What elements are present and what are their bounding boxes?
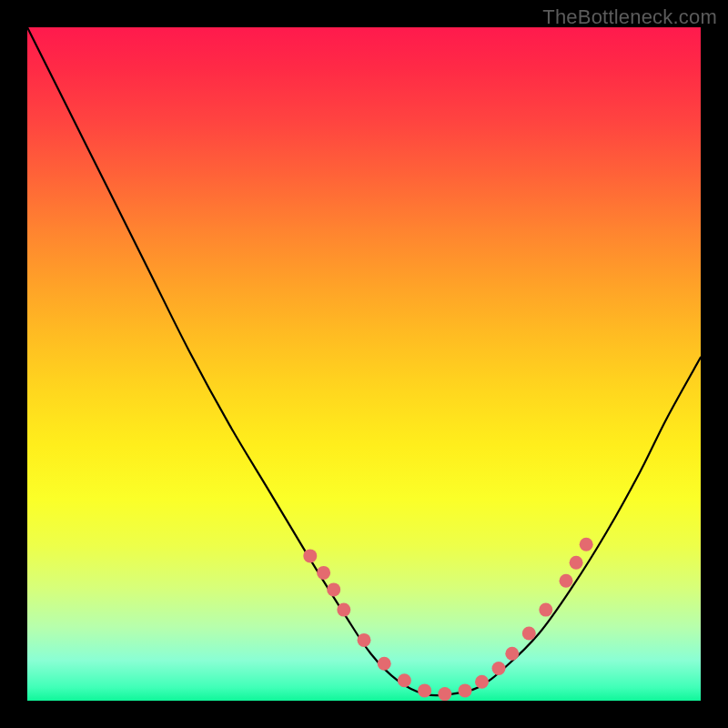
plot-area <box>27 27 701 701</box>
marker-dot <box>378 657 391 671</box>
watermark-text: TheBottleneck.com <box>542 5 717 29</box>
curve-svg <box>27 27 701 701</box>
marker-dot <box>438 687 451 701</box>
marker-dot <box>505 647 519 661</box>
chart-frame: TheBottleneck.com <box>0 0 728 728</box>
marker-dot <box>358 633 371 647</box>
marker-dot <box>303 549 317 562</box>
marker-dot <box>492 662 506 675</box>
marker-dot <box>317 566 330 580</box>
marker-dot <box>475 675 489 689</box>
marker-dot <box>570 556 583 570</box>
marker-dot <box>418 683 431 697</box>
marker-dot <box>580 538 593 551</box>
marker-dot <box>327 582 340 596</box>
marker-dot <box>522 627 536 641</box>
marker-dot <box>459 683 472 697</box>
bottleneck-curve <box>27 27 701 695</box>
marker-dot <box>398 673 411 687</box>
marker-dot <box>560 574 573 588</box>
marker-dot <box>337 603 350 617</box>
marker-dot <box>539 603 552 617</box>
